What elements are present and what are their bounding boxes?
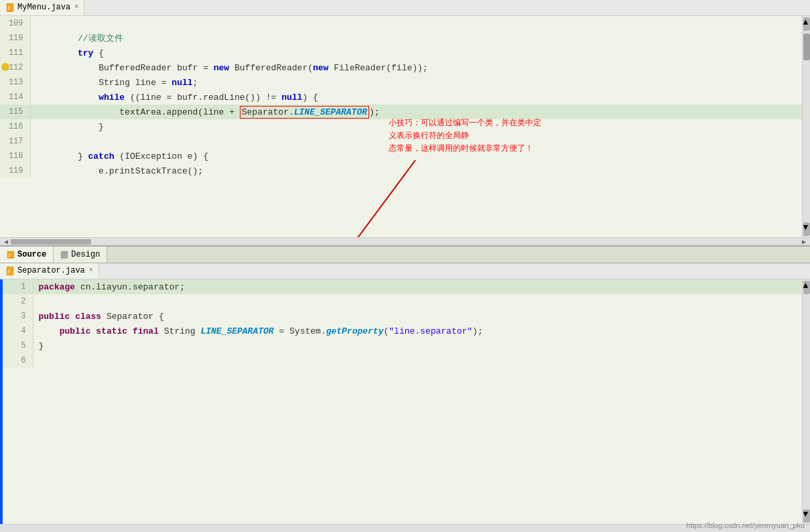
- line-number: 113: [0, 75, 30, 90]
- bottom-tab-close[interactable]: ×: [89, 267, 93, 274]
- table-row: 119 e.printStackTrace();: [0, 163, 802, 178]
- source-design-bar: J Source Design: [0, 246, 810, 263]
- bottom-scroll-down[interactable]: ▼: [803, 509, 810, 523]
- keyword-token: while: [98, 92, 125, 103]
- source-icon: J: [7, 251, 15, 259]
- line-number: 5: [3, 338, 33, 353]
- type-token: FileReader: [334, 63, 386, 73]
- table-row: 113 String line = null;: [0, 75, 802, 90]
- code-line: }: [33, 338, 802, 353]
- bottom-editor: J Separator.java × 1 package cn.liayun.s…: [0, 263, 810, 532]
- java-file-icon-2: J: [5, 266, 15, 275]
- code-line: public class Separator {: [33, 309, 802, 324]
- bottom-tab-separator[interactable]: J Separator.java ×: [0, 263, 99, 279]
- scrollbar-up-arrow[interactable]: ▲: [803, 17, 810, 31]
- keyword-token: new: [214, 63, 229, 73]
- top-tab-close[interactable]: ×: [74, 3, 78, 11]
- bottom-tab-bar: J Separator.java ×: [0, 263, 810, 279]
- code-line: public static final String LINE_SEPARATO…: [33, 324, 802, 338]
- design-tab[interactable]: Design: [54, 247, 107, 263]
- hscroll-thumb[interactable]: [11, 239, 91, 245]
- type-token: String: [98, 78, 130, 88]
- type-token: BufferedReader: [234, 63, 308, 73]
- top-tab-bar: J MyMenu.java ×: [0, 0, 810, 16]
- line-number: 115: [0, 105, 30, 119]
- hscroll-track[interactable]: [11, 239, 799, 245]
- hscroll-left-arrow[interactable]: ◀: [1, 238, 11, 246]
- code-line: [30, 134, 802, 149]
- code-line: while ((line = bufr.readLine()) != null)…: [30, 90, 802, 105]
- code-line: //读取文件: [30, 31, 802, 46]
- table-row: 112 BufferedReader bufr = new BufferedRe…: [0, 60, 802, 75]
- design-tab-label: Design: [71, 250, 100, 259]
- line-number: 118: [0, 149, 30, 163]
- bottom-code-scroll[interactable]: 1 package cn.liayun.separator; 2 3 publi…: [0, 279, 810, 524]
- table-row: 115 textArea.append(line + Separator.LIN…: [0, 105, 802, 119]
- java-file-icon: J: [5, 3, 15, 12]
- line-number: 117: [0, 134, 30, 149]
- table-row: 117: [0, 134, 802, 149]
- keyword-token: class: [75, 312, 101, 322]
- table-row: 1 package cn.liayun.separator;: [3, 279, 802, 294]
- keyword-token: public: [39, 312, 70, 322]
- top-tab-label: MyMenu.java: [17, 3, 70, 12]
- top-code-table: 109 110 //读取文件 111 try {: [0, 16, 802, 178]
- keyword-token: null: [281, 92, 302, 103]
- code-line: String line = null;: [30, 75, 802, 90]
- breakpoint-icon: [1, 63, 9, 71]
- table-row: 116 }: [0, 119, 802, 134]
- svg-text:J: J: [8, 254, 10, 258]
- source-tab-label: Source: [17, 250, 46, 259]
- code-line: [30, 16, 802, 31]
- line-number: 119: [0, 163, 30, 178]
- table-row: 2: [3, 294, 802, 309]
- keyword-token: null: [172, 78, 192, 88]
- keyword-token: static: [96, 326, 127, 336]
- line-number: 2: [3, 294, 33, 309]
- table-row: 3 public class Separator {: [3, 309, 802, 324]
- line-number: 114: [0, 90, 30, 105]
- code-line: }: [30, 119, 802, 134]
- code-line: textArea.append(line + Separator.LINE_SE…: [30, 105, 802, 119]
- top-tab-mymenu[interactable]: J MyMenu.java ×: [0, 0, 84, 15]
- separator-reference: Separator.LINE_SEPARATOR: [240, 106, 369, 119]
- code-line: e.printStackTrace();: [30, 163, 802, 178]
- bottom-code-table: 1 package cn.liayun.separator; 2 3 publi…: [3, 279, 802, 368]
- top-hscrollbar[interactable]: ◀ ▶: [0, 237, 810, 245]
- line-number: 4: [3, 324, 33, 338]
- line-number: 111: [0, 46, 30, 60]
- bottom-vertical-scrollbar[interactable]: ▲ ▼: [802, 279, 810, 524]
- string-token: "line.separator": [389, 326, 472, 336]
- svg-text:J: J: [7, 6, 10, 11]
- line-number: 1: [3, 279, 33, 294]
- top-code-area: 109 110 //读取文件 111 try {: [0, 16, 810, 237]
- code-line: } catch (IOException e) {: [30, 149, 802, 163]
- line-number: 110: [0, 31, 30, 46]
- source-tab[interactable]: J Source: [0, 247, 54, 263]
- line-number: 3: [3, 309, 33, 324]
- keyword-token: new: [313, 63, 328, 73]
- table-row: 109: [0, 16, 802, 31]
- vertical-scrollbar[interactable]: ▲ ▼: [802, 16, 810, 237]
- top-code-scroll[interactable]: 109 110 //读取文件 111 try {: [0, 16, 802, 237]
- line-number: 6: [3, 353, 33, 368]
- keyword-token: final: [133, 326, 159, 336]
- table-row: 5 }: [3, 338, 802, 353]
- watermark: https://blog.csdn.net/yerenyuan_pku: [686, 521, 805, 529]
- keyword-token: try: [78, 48, 93, 58]
- table-row: 4 public static final String LINE_SEPARA…: [3, 324, 802, 338]
- code-line: [33, 353, 802, 368]
- field-token: LINE_SEPARATOR: [294, 107, 367, 117]
- svg-text:J: J: [7, 269, 10, 274]
- bottom-scroll-track: [803, 295, 810, 508]
- table-row: 114 while ((line = bufr.readLine()) != n…: [0, 90, 802, 105]
- table-row: 6: [3, 353, 802, 368]
- scrollbar-down-arrow[interactable]: ▼: [803, 222, 810, 236]
- code-line: BufferedReader bufr = new BufferedReader…: [30, 60, 802, 75]
- bottom-code-content[interactable]: 1 package cn.liayun.separator; 2 3 publi…: [3, 279, 802, 524]
- bottom-scroll-up[interactable]: ▲: [803, 281, 810, 294]
- keyword-token: package: [39, 282, 76, 292]
- keyword-token: public: [60, 326, 91, 336]
- scrollbar-thumb[interactable]: [803, 34, 810, 60]
- hscroll-right-arrow[interactable]: ▶: [799, 238, 809, 246]
